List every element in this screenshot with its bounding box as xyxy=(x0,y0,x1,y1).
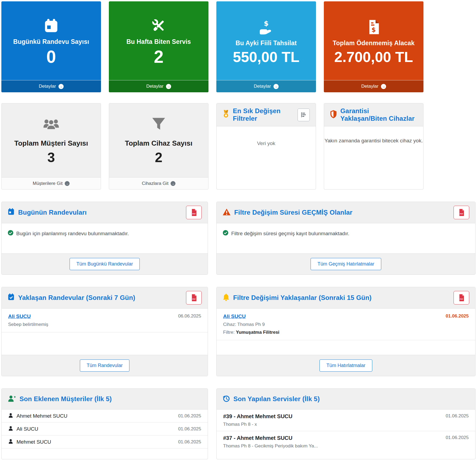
stat-details-link[interactable]: Detaylar → xyxy=(216,80,316,92)
pdf-file-icon: PDF xyxy=(191,209,197,216)
empty-text: Bugün için planlanmış randevu bulunmamak… xyxy=(16,231,129,237)
service-name: #39 - Ahmet Mehmet SUCU xyxy=(223,413,292,420)
customer-link[interactable]: Ali SUCU xyxy=(223,313,246,319)
panel-header: Son Eklenen Müşteriler (İlk 5) xyxy=(2,389,208,410)
all-appointments-button[interactable]: Tüm Randevular xyxy=(80,359,129,372)
panel-title: Filtre Değişim Süresi GEÇMİŞ Olanlar xyxy=(234,209,353,216)
service-date: 01.06.2025 xyxy=(446,413,469,419)
service-detail: Thomas Ph 8 - x xyxy=(223,422,469,427)
arrow-right-circle-icon: → xyxy=(58,84,64,89)
shield-icon xyxy=(330,110,337,119)
dollar-glyph: $ xyxy=(371,26,376,33)
panel-title: Bugünün Randevuları xyxy=(18,209,87,216)
service-date: 01.06.2025 xyxy=(446,435,469,440)
service-row: #37 - Ahmet Mehmet SUCU 01.06.2025 Thoma… xyxy=(217,431,475,453)
panel-header: En Sık Değişen Filtreler xyxy=(217,103,316,126)
customer-row: Mehmet SUCU 01.06.2025 xyxy=(2,436,208,449)
all-reminders-button[interactable]: Tüm Hatırlatmalar xyxy=(319,359,372,372)
summary-title: Toplam Cihaz Sayısı xyxy=(125,139,192,148)
panel-header: Garantisi Yaklaşan/Biten Cihazlar xyxy=(324,103,423,126)
service-name: #37 - Ahmet Mehmet SUCU xyxy=(223,435,292,441)
customer-date: 01.06.2025 xyxy=(178,413,201,419)
panel-title: En Sık Değişen Filtreler xyxy=(233,107,294,122)
service-detail: Thomas Ph 8 - Gecikmiş Periyodik bakım Y… xyxy=(223,443,469,449)
go-to-customers-link[interactable]: Müşterilere Git → xyxy=(2,177,101,189)
appointment-date: 06.06.2025 xyxy=(178,313,201,319)
stat-card-body: Bu Hafta Biten Servis 2 xyxy=(109,1,208,80)
panel-title: Son Yapılan Servisler (İlk 5) xyxy=(233,395,320,403)
chart-button[interactable] xyxy=(298,109,310,121)
pdf-export-button[interactable]: PDF xyxy=(186,206,202,219)
item-top: Ali SUCU 06.06.2025 xyxy=(8,313,201,319)
summary-value: 3 xyxy=(47,150,55,165)
all-overdue-reminders-button[interactable]: Tüm Geçmiş Hatırlatmalar xyxy=(311,258,381,270)
go-label: Müşterilere Git xyxy=(33,181,63,186)
stat-card-body: $ Toplam Ödenmemiş Alacak 2.700,00 TL xyxy=(324,1,423,80)
panel-header: Bugünün Randevuları PDF xyxy=(2,202,208,223)
panel-header: Son Yapılan Servisler (İlk 5) xyxy=(217,389,475,410)
arrow-right-circle-icon: → xyxy=(171,181,175,186)
panel-footer: Tüm Geçmiş Hatırlatmalar xyxy=(217,253,475,274)
filter-label: Filtre: xyxy=(223,330,235,335)
customer-name: Ali SUCU xyxy=(17,426,38,432)
panel-title: Filtre Değişimi Yaklaşanlar (Sonraki 15 … xyxy=(233,294,371,302)
stat-details-link[interactable]: Detaylar → xyxy=(1,80,101,92)
calendar-check-icon xyxy=(8,293,15,302)
all-today-appointments-button[interactable]: Tüm Bugünkü Randevular xyxy=(70,258,140,270)
stat-details-link[interactable]: Detaylar → xyxy=(324,80,423,92)
panel-header: Filtre Değişimi Yaklaşanlar (Sonraki 15 … xyxy=(217,287,475,309)
stat-card-body: Bugünkü Randevu Sayısı 0 xyxy=(1,1,101,80)
stat-value: 0 xyxy=(46,48,56,66)
dollar-glyph: $ xyxy=(264,19,269,27)
empty-text: Filtre değişim süresi geçmiş kayıt bulun… xyxy=(231,231,349,237)
details-label: Detaylar xyxy=(39,84,56,89)
empty-state-row: Bugün için planlanmış randevu bulunmamak… xyxy=(8,230,202,237)
user-icon xyxy=(8,426,13,432)
pdf-export-button[interactable]: PDF xyxy=(454,291,469,305)
filter-value: Yumuşatma Filitresi xyxy=(236,330,279,335)
panels-grid: Bugünün Randevuları PDF xyxy=(1,202,476,459)
summary-row: Toplam Müşteri Sayısı 3 Müşterilere Git … xyxy=(1,103,476,189)
empty-state-row: Filtre değişim süresi geçmiş kayıt bulun… xyxy=(223,230,469,237)
appointment-list-item: Ali SUCU 06.06.2025 Sebep belirtilmemiş xyxy=(2,309,208,332)
stat-cards-row: Bugünkü Randevu Sayısı 0 Detaylar → xyxy=(1,1,476,92)
panel-header: Filtre Değişim Süresi GEÇMİŞ Olanlar PDF xyxy=(217,202,475,223)
pdf-file-icon: PDF xyxy=(191,294,197,301)
pdf-export-button[interactable]: PDF xyxy=(186,291,202,305)
go-label: Cihazlara Git xyxy=(142,181,168,186)
stat-card-body: $ Bu Ayki Fiili Tahsilat 550,00 TL xyxy=(216,1,316,80)
user-icon xyxy=(8,413,13,419)
bar-chart-icon xyxy=(301,112,307,118)
customer-row: Ali SUCU 01.06.2025 xyxy=(2,423,208,436)
panel-header: Yaklaşan Randevular (Sonraki 7 Gün) PDF xyxy=(2,287,208,309)
filter-change-list-item: Ali SUCU 01.06.2025 Cihaz: Thomas Ph 9 F… xyxy=(217,309,475,340)
stat-title: Bugünkü Randevu Sayısı xyxy=(13,38,89,45)
upcoming-filter-changes-panel: Filtre Değişimi Yaklaşanlar (Sonraki 15 … xyxy=(216,287,475,376)
warning-triangle-icon xyxy=(223,208,231,217)
panel-title: Son Eklenen Müşteriler (İlk 5) xyxy=(19,395,112,403)
appointment-note: Sebep belirtilmemiş xyxy=(8,322,201,327)
hand-holding-dollar-icon: $ xyxy=(258,18,274,36)
history-icon xyxy=(223,395,230,403)
stat-value: 2.700,00 TL xyxy=(334,50,413,64)
customer-link[interactable]: Ali SUCU xyxy=(8,313,31,319)
details-label: Detaylar xyxy=(254,84,271,89)
stat-details-link[interactable]: Detaylar → xyxy=(109,80,208,92)
arrow-right-circle-icon: → xyxy=(381,84,386,89)
stat-title: Bu Hafta Biten Servis xyxy=(126,38,191,45)
dashboard-page: Bugünkü Randevu Sayısı 0 Detaylar → xyxy=(0,0,476,467)
arrow-right-circle-icon: → xyxy=(65,181,70,186)
bell-icon xyxy=(223,293,230,302)
item-top: Ali SUCU 01.06.2025 xyxy=(223,313,469,319)
tools-icon xyxy=(151,17,167,34)
go-to-devices-link[interactable]: Cihazlara Git → xyxy=(109,177,208,189)
stat-title: Toplam Ödenmemiş Alacak xyxy=(333,40,415,47)
customer-date: 01.06.2025 xyxy=(178,439,201,445)
recent-services-panel: Son Yapılan Servisler (İlk 5) #39 - Ahme… xyxy=(216,388,475,459)
pdf-export-button[interactable]: PDF xyxy=(454,206,469,219)
pdf-label: PDF xyxy=(192,298,196,300)
panel-footer: Tüm Hatırlatmalar xyxy=(217,355,475,376)
top-filters-panel: En Sık Değişen Filtreler Veri yok xyxy=(216,103,316,189)
overdue-filters-panel: Filtre Değişim Süresi GEÇMİŞ Olanlar PDF xyxy=(216,202,475,275)
pdf-file-icon: PDF xyxy=(459,294,464,301)
